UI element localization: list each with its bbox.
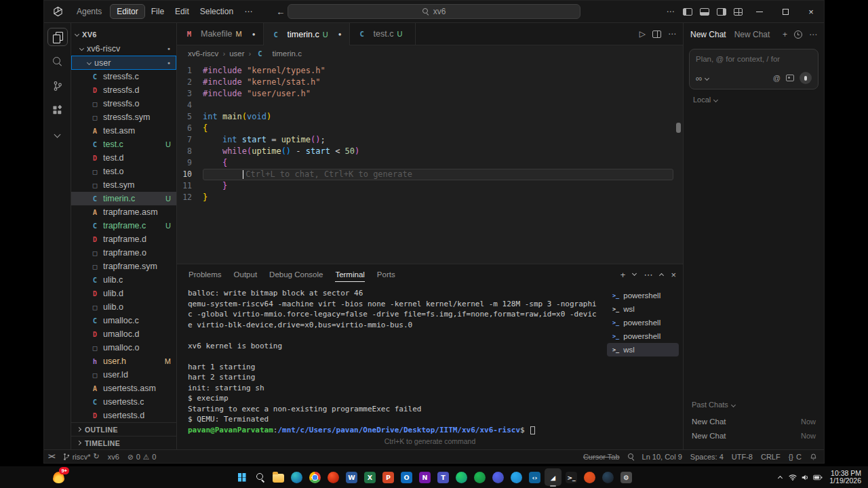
taskbar-app-telegram[interactable]	[508, 468, 525, 486]
chat-input-box[interactable]: Plan, @ for context, / for ∞ @	[689, 49, 818, 89]
taskbar-clock[interactable]: 10:38 PM 1/19/2026	[829, 470, 861, 485]
file-item-umalloc.d[interactable]: Dumalloc.d	[71, 327, 176, 341]
file-item-usertests.d[interactable]: Dusertests.d	[71, 409, 176, 422]
editor-more-actions-icon[interactable]: ⋯	[668, 29, 676, 39]
file-item-trapframe.sym[interactable]: □trapframe.sym	[71, 260, 176, 273]
status-search-icon[interactable]	[624, 450, 638, 463]
taskbar-app-edge[interactable]	[288, 468, 305, 486]
timeline-section[interactable]: TIMELINE	[71, 436, 176, 449]
taskbar-app-word[interactable]: W	[343, 468, 360, 486]
code-line-3[interactable]: 3#include "user/user.h"	[177, 88, 683, 100]
chat-tab[interactable]: New Chat	[734, 30, 770, 39]
taskbar-app-terminal[interactable]: >_	[563, 468, 580, 486]
breadcrumb-item[interactable]: timerin.c	[272, 49, 301, 58]
mode-tab-agents[interactable]: Agents	[70, 4, 108, 19]
taskbar-app-settings[interactable]: ⚙	[618, 468, 635, 486]
file-item-test.sym[interactable]: □test.sym	[71, 178, 176, 192]
encoding-indicator[interactable]: UTF-8	[728, 450, 757, 463]
taskbar-app-vscode[interactable]: ‹›	[526, 468, 543, 486]
problems-indicator[interactable]: ⊘0 ⚠0	[123, 450, 160, 463]
indentation-indicator[interactable]: Spaces: 4	[686, 450, 728, 463]
taskbar-app-powerpoint[interactable]: P	[380, 468, 397, 486]
search-view-icon[interactable]	[47, 52, 68, 70]
file-item-stressfs.c[interactable]: Cstressfs.c	[71, 70, 176, 83]
toggle-secondary-sidebar-icon[interactable]	[713, 4, 730, 19]
taskbar-app-cursor[interactable]: ◢	[545, 468, 561, 486]
back-arrow-icon[interactable]: ←	[276, 7, 285, 17]
editor-tab-test.c[interactable]: Ctest.cU	[350, 23, 416, 45]
source-control-icon[interactable]	[47, 77, 68, 95]
agent-mode-selector[interactable]: ∞	[696, 73, 709, 83]
taskbar-app-brave[interactable]	[325, 468, 342, 486]
chat-tab[interactable]: New Chat	[690, 30, 726, 39]
additional-views-icon[interactable]	[47, 125, 68, 144]
file-item-test.asm[interactable]: Atest.asm	[71, 124, 176, 138]
editor-scrollbar[interactable]	[676, 123, 681, 133]
explorer-view-icon[interactable]	[47, 28, 68, 46]
code-line-7[interactable]: 7 int start = uptime();	[177, 134, 683, 146]
menu-edit[interactable]: Edit	[170, 5, 194, 18]
taskbar-app-file-explorer[interactable]	[270, 468, 287, 486]
language-mode-indicator[interactable]: {}C	[785, 450, 806, 463]
mention-icon[interactable]: @	[773, 74, 781, 82]
file-item-user.ld[interactable]: □user.ld	[71, 368, 176, 382]
more-actions-icon[interactable]: ⋯	[662, 4, 679, 19]
code-editor[interactable]: 1#include "kernel/types.h"2#include "ker…	[177, 62, 683, 264]
code-line-10[interactable]: 10 Ctrl+L to chat, Ctrl+K to generate	[177, 169, 683, 180]
maximize-button[interactable]	[772, 1, 798, 22]
mode-tab-editor[interactable]: Editor	[110, 4, 144, 19]
minimize-button[interactable]	[747, 1, 772, 22]
voice-input-button[interactable]	[800, 72, 812, 84]
file-item-test.c[interactable]: Ctest.cU	[71, 138, 176, 151]
widgets-button[interactable]: 9+	[50, 469, 66, 485]
toggle-panel-icon[interactable]	[696, 4, 713, 19]
new-terminal-icon[interactable]: +	[620, 270, 626, 280]
taskbar-app-discord[interactable]	[490, 468, 507, 486]
file-item-trapframe.asm[interactable]: Atrapframe.asm	[71, 205, 176, 219]
file-item-umalloc.c[interactable]: Cumalloc.c	[71, 314, 176, 327]
project-indicator[interactable]: xv6	[104, 450, 123, 463]
customize-layout-icon[interactable]	[730, 4, 747, 19]
taskbar-app-spotify[interactable]	[471, 468, 488, 486]
taskbar-app-search[interactable]	[252, 468, 269, 486]
taskbar-app-teams[interactable]: T	[435, 468, 452, 486]
file-item-ulib.d[interactable]: Dulib.d	[71, 287, 176, 300]
code-line-11[interactable]: 11 }	[177, 180, 683, 192]
code-line-2[interactable]: 2#include "kernel/stat.h"	[177, 77, 683, 88]
explorer-root-item[interactable]: XV6	[71, 27, 176, 41]
editor-tab-Makefile[interactable]: MMakefileM●	[177, 23, 264, 45]
cursor-tab-toggle[interactable]: Cursor Tab	[579, 450, 624, 463]
terminal-session-wsl[interactable]: >_wsl	[607, 302, 679, 316]
terminal-output[interactable]: balloc: write bitmap block at sector 46q…	[177, 285, 607, 437]
file-item-trapframe.d[interactable]: Dtrapframe.d	[71, 232, 176, 246]
file-item-usertests.asm[interactable]: Ausertests.asm	[71, 382, 176, 395]
code-line-12[interactable]: 12}	[177, 192, 683, 203]
panel-more-icon[interactable]: ⋯	[644, 270, 652, 280]
file-item-user.h[interactable]: huser.hM	[71, 354, 176, 368]
extensions-icon[interactable]	[47, 101, 68, 119]
terminal-session-powershell[interactable]: >_powershell	[607, 316, 679, 329]
git-branch-indicator[interactable]: riscv* ↻	[59, 450, 104, 463]
outline-section[interactable]: OUTLINE	[71, 422, 176, 436]
code-line-8[interactable]: 8 while(uptime() - start < 50)	[177, 146, 683, 157]
menu-file[interactable]: File	[146, 5, 169, 18]
close-button[interactable]: ×	[798, 1, 824, 22]
chat-history-icon[interactable]	[794, 30, 802, 39]
split-editor-icon[interactable]	[652, 30, 661, 38]
model-selector[interactable]: Local	[684, 94, 824, 106]
taskbar-app-steam[interactable]	[599, 468, 616, 486]
panel-tab-debug-console[interactable]: Debug Console	[263, 264, 329, 285]
code-line-1[interactable]: 1#include "kernel/types.h"	[177, 65, 683, 77]
file-item-timerin.c[interactable]: Ctimerin.cU	[71, 192, 176, 205]
hidden-icons-chevron[interactable]	[778, 476, 783, 481]
file-item-stressfs.d[interactable]: Dstressfs.d	[71, 83, 176, 97]
file-item-stressfs.o[interactable]: □stressfs.o	[71, 97, 176, 110]
file-item-test.d[interactable]: Dtest.d	[71, 151, 176, 165]
folder-item-user[interactable]: user●	[71, 56, 176, 70]
panel-tab-problems[interactable]: Problems	[182, 264, 228, 285]
file-item-trapframe.c[interactable]: Ctrapframe.cU	[71, 219, 176, 232]
attach-image-icon[interactable]	[786, 75, 794, 81]
past-chat-item[interactable]: New ChatNow	[692, 428, 816, 443]
taskbar-app-whatsapp[interactable]	[453, 468, 470, 486]
file-item-umalloc.o[interactable]: □umalloc.o	[71, 341, 176, 354]
